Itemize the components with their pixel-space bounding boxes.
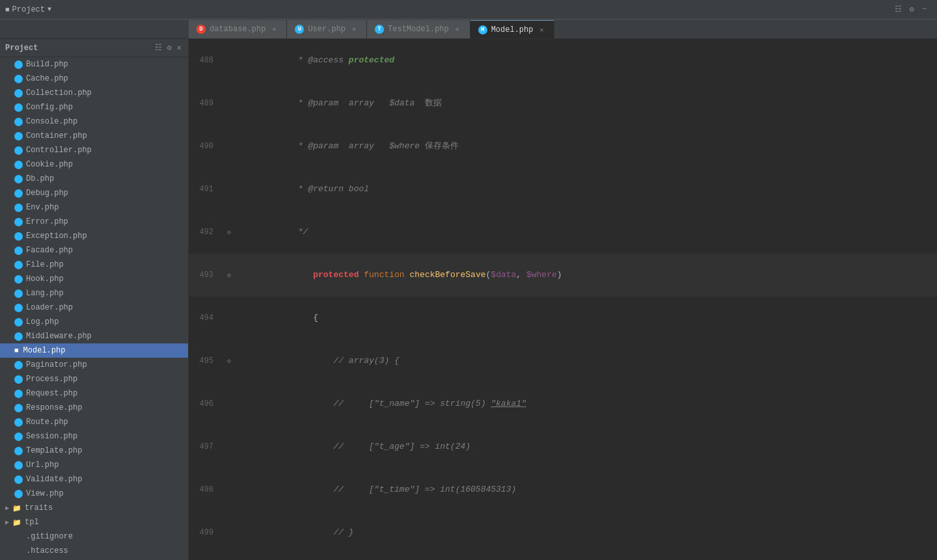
line-num-489: 489 bbox=[189, 82, 221, 125]
tab-testmodel[interactable]: T TestModel.php ✕ bbox=[367, 20, 470, 38]
tab-user-close[interactable]: ✕ bbox=[349, 25, 359, 34]
file-db[interactable]: Db.php bbox=[0, 172, 188, 186]
settings-icon[interactable]: ⚙ bbox=[910, 5, 914, 14]
file-label-loader: Loader.php bbox=[26, 303, 73, 312]
file-middleware[interactable]: Middleware.php bbox=[0, 329, 188, 343]
file-request[interactable]: Request.php bbox=[0, 386, 188, 401]
layout-icon[interactable]: ☷ bbox=[895, 5, 902, 14]
file-env[interactable]: Env.php bbox=[0, 200, 188, 215]
file-session[interactable]: Session.php bbox=[0, 429, 188, 444]
line-content-499: // } bbox=[237, 511, 937, 554]
file-file[interactable]: File.php bbox=[0, 258, 188, 272]
code-line-494: 494 { bbox=[189, 297, 937, 340]
file-htaccess[interactable]: .htaccess bbox=[0, 544, 188, 558]
file-hook[interactable]: Hook.php bbox=[0, 272, 188, 286]
file-label-container: Container.php bbox=[26, 131, 87, 140]
line-content-496: // ["t_name"] => string(5) "kaka1" bbox=[237, 382, 937, 425]
file-label-controller: Controller.php bbox=[26, 146, 92, 155]
file-exception[interactable]: Exception.php bbox=[0, 229, 188, 243]
folder-traits-label: traits bbox=[25, 503, 53, 513]
file-gitignore[interactable]: .gitignore bbox=[0, 529, 188, 544]
file-lang[interactable]: Lang.php bbox=[0, 286, 188, 300]
file-model[interactable]: ■ Model.php bbox=[0, 343, 188, 358]
file-cookie[interactable]: Cookie.php bbox=[0, 157, 188, 172]
line-num-491: 491 bbox=[189, 168, 221, 211]
folder-tpl-label: tpl bbox=[25, 518, 39, 527]
tab-user[interactable]: U User.php ✕ bbox=[287, 20, 367, 38]
file-label-view: View.php bbox=[26, 489, 64, 498]
sidebar-close-icon[interactable]: ✕ bbox=[176, 42, 183, 54]
file-console[interactable]: Console.php bbox=[0, 114, 188, 129]
file-label-gitignore: .gitignore bbox=[26, 532, 73, 541]
file-dot-console bbox=[14, 118, 23, 126]
file-process[interactable]: Process.php bbox=[0, 372, 188, 386]
file-collection[interactable]: Collection.php bbox=[0, 86, 188, 100]
line-content-488: * @access protected bbox=[237, 39, 937, 82]
line-gutter-490 bbox=[221, 125, 237, 168]
folder-tpl[interactable]: ▶ 📁 tpl bbox=[0, 515, 188, 529]
file-dot-facade bbox=[14, 247, 23, 255]
code-line-497: 497 // ["t_age"] => int(24) bbox=[189, 425, 937, 468]
file-dot-loader bbox=[14, 304, 23, 312]
line-num-488: 488 bbox=[189, 39, 221, 82]
file-build[interactable]: Build.php bbox=[0, 57, 188, 72]
sidebar-gear-icon[interactable]: ⚙ bbox=[166, 42, 173, 54]
tab-model-close[interactable]: ✕ bbox=[537, 25, 546, 34]
file-dot-view bbox=[14, 490, 23, 498]
file-label-htaccess: .htaccess bbox=[26, 546, 68, 555]
file-dot-log bbox=[14, 318, 23, 327]
file-dot-lang bbox=[14, 289, 23, 298]
file-response[interactable]: Response.php bbox=[0, 401, 188, 415]
file-log[interactable]: Log.php bbox=[0, 315, 188, 329]
tab-model[interactable]: M Model.php ✕ bbox=[470, 20, 555, 38]
sidebar-layout-icon[interactable]: ☷ bbox=[154, 42, 163, 54]
file-label-process: Process.php bbox=[26, 375, 77, 384]
file-label-db: Db.php bbox=[26, 174, 54, 183]
line-gutter-488 bbox=[221, 39, 237, 82]
file-controller[interactable]: Controller.php bbox=[0, 143, 188, 157]
file-dot-collection bbox=[14, 89, 23, 98]
file-cache[interactable]: Cache.php bbox=[0, 72, 188, 86]
line-num-492: 492 bbox=[189, 211, 221, 254]
file-label-exception: Exception.php bbox=[26, 232, 87, 241]
editor-area[interactable]: 488 * @access protected 489 * @param arr… bbox=[189, 39, 937, 560]
file-label-file: File.php bbox=[26, 260, 64, 269]
file-config[interactable]: Config.php bbox=[0, 100, 188, 114]
tab-model-label: Model.php bbox=[491, 25, 534, 34]
code-lines: 488 * @access protected 489 * @param arr… bbox=[189, 39, 937, 560]
file-validate[interactable]: Validate.php bbox=[0, 472, 188, 487]
minimize-icon[interactable]: − bbox=[922, 5, 927, 14]
file-paginator[interactable]: Paginator.php bbox=[0, 358, 188, 372]
file-label-log: Log.php bbox=[26, 317, 59, 327]
line-content-498: // ["t_time"] => int(1605845313) bbox=[237, 468, 937, 511]
line-gutter-498 bbox=[221, 468, 237, 511]
file-url[interactable]: Url.php bbox=[0, 458, 188, 472]
file-error[interactable]: Error.php bbox=[0, 215, 188, 229]
file-loader[interactable]: Loader.php bbox=[0, 300, 188, 315]
file-debug[interactable]: Debug.php bbox=[0, 186, 188, 200]
file-template[interactable]: Template.php bbox=[0, 444, 188, 458]
file-route[interactable]: Route.php bbox=[0, 415, 188, 429]
tab-database[interactable]: D database.php ✕ bbox=[189, 20, 287, 38]
project-title[interactable]: ■ Project ▼ bbox=[5, 5, 51, 14]
file-container[interactable]: Container.php bbox=[0, 129, 188, 143]
folder-traits[interactable]: ▶ 📁 traits bbox=[0, 501, 188, 515]
line-num-495: 495 bbox=[189, 340, 221, 382]
sidebar-header-icons: ☷ ⚙ ✕ bbox=[154, 42, 183, 54]
file-label-session: Session.php bbox=[26, 432, 77, 441]
file-label-debug: Debug.php bbox=[26, 189, 68, 198]
file-label-collection: Collection.php bbox=[26, 88, 92, 98]
title-bar-icons: ☷ ⚙ − bbox=[895, 5, 932, 14]
file-facade[interactable]: Facade.php bbox=[0, 243, 188, 258]
file-view[interactable]: View.php bbox=[0, 487, 188, 501]
file-label-build: Build.php bbox=[26, 60, 68, 69]
project-chevron[interactable]: ▼ bbox=[48, 6, 51, 13]
code-line-495: 495 ◇ // array(3) { bbox=[189, 340, 937, 382]
file-label-cookie: Cookie.php bbox=[26, 160, 73, 169]
main-layout: Project ☷ ⚙ ✕ Build.php Cache.php Collec… bbox=[0, 39, 937, 560]
file-label-template: Template.php bbox=[26, 446, 82, 455]
line-gutter-491 bbox=[221, 168, 237, 211]
line-content-495: // array(3) { bbox=[237, 340, 937, 382]
tab-database-close[interactable]: ✕ bbox=[269, 25, 278, 34]
tab-testmodel-close[interactable]: ✕ bbox=[453, 25, 462, 34]
